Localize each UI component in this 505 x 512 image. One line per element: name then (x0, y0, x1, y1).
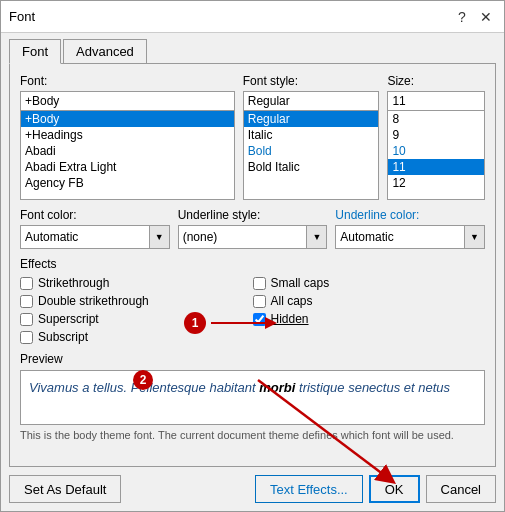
list-item[interactable]: +Headings (21, 127, 234, 143)
size-column: Size: 8 9 10 11 12 (387, 74, 485, 200)
tab-bar: Font Advanced (1, 33, 504, 63)
effects-wrapper: Effects Strikethrough Double strikethrou… (20, 257, 485, 344)
strikethrough-label[interactable]: Strikethrough (38, 276, 109, 290)
font-label: Font: (20, 74, 235, 88)
preview-label: Preview (20, 352, 485, 366)
underline-style-label: Underline style: (178, 208, 328, 222)
font-color-select[interactable]: Automatic ▼ (20, 225, 170, 249)
dialog-title: Font (9, 9, 35, 24)
tab-content-font: Font: +Body +Headings Abadi Abadi Extra … (9, 63, 496, 467)
font-color-arrow[interactable]: ▼ (149, 226, 169, 248)
svg-text:2: 2 (139, 373, 146, 387)
superscript-label[interactable]: Superscript (38, 312, 99, 326)
small-caps-checkbox[interactable] (253, 277, 266, 290)
list-item[interactable]: 11 (388, 159, 484, 175)
list-item[interactable]: Bold Italic (244, 159, 379, 175)
style-input[interactable] (243, 91, 380, 110)
ok-button[interactable]: OK (369, 475, 420, 503)
size-input[interactable] (387, 91, 485, 110)
underline-color-label: Underline color: (335, 208, 485, 222)
underline-color-field: Underline color: Automatic ▼ (335, 208, 485, 249)
list-item[interactable]: Agency FB (21, 175, 234, 191)
font-style-size-row: Font: +Body +Headings Abadi Abadi Extra … (20, 74, 485, 200)
double-strikethrough-checkbox[interactable] (20, 295, 33, 308)
tab-advanced[interactable]: Advanced (63, 39, 147, 63)
list-item[interactable]: Italic (244, 127, 379, 143)
annotation-2-group: 2 (133, 370, 153, 393)
subscript-checkbox[interactable] (20, 331, 33, 344)
checkbox-small-caps: Small caps (253, 276, 486, 290)
preview-text-bold: morbi (256, 380, 299, 395)
all-caps-checkbox[interactable] (253, 295, 266, 308)
all-caps-label[interactable]: All caps (271, 294, 313, 308)
style-label: Font style: (243, 74, 380, 88)
circle-2-svg: 2 (133, 370, 153, 390)
list-item[interactable]: 12 (388, 175, 484, 191)
title-controls: ? ✕ (452, 7, 496, 27)
list-item[interactable]: 10 (388, 143, 484, 159)
close-button[interactable]: ✕ (476, 7, 496, 27)
list-item[interactable]: Bold (244, 143, 379, 159)
underline-style-select[interactable]: (none) ▼ (178, 225, 328, 249)
annotation-1-group: 1 (183, 313, 303, 346)
preview-section: Preview Vivamus a tellus. Pellentesque h… (20, 352, 485, 441)
btn-group-right: Text Effects... OK Cancel (255, 475, 496, 503)
set-as-default-button[interactable]: Set As Default (9, 475, 121, 503)
font-listbox[interactable]: +Body +Headings Abadi Abadi Extra Light … (20, 110, 235, 200)
font-column: Font: +Body +Headings Abadi Abadi Extra … (20, 74, 235, 200)
bottom-buttons: Set As Default Text Effects... OK Cancel (1, 467, 504, 511)
font-color-value: Automatic (21, 230, 149, 244)
size-label: Size: (387, 74, 485, 88)
underline-color-select[interactable]: Automatic ▼ (335, 225, 485, 249)
superscript-checkbox[interactable] (20, 313, 33, 326)
underline-color-value: Automatic (336, 230, 464, 244)
underline-color-arrow[interactable]: ▼ (464, 226, 484, 248)
preview-description: This is the body theme font. The current… (20, 429, 485, 441)
size-listbox[interactable]: 8 9 10 11 12 (387, 110, 485, 200)
style-listbox[interactable]: Regular Italic Bold Bold Italic (243, 110, 380, 200)
style-column: Font style: Regular Italic Bold Bold Ita… (243, 74, 380, 200)
preview-box: Vivamus a tellus. Pellentesque habitant … (20, 370, 485, 425)
small-caps-label[interactable]: Small caps (271, 276, 330, 290)
list-item[interactable]: 9 (388, 127, 484, 143)
tab-font[interactable]: Font (9, 39, 61, 64)
checkbox-all-caps: All caps (253, 294, 486, 308)
preview-text-normal: tristique senectus et netus (299, 380, 450, 395)
strikethrough-checkbox[interactable] (20, 277, 33, 290)
font-dialog: Font ? ✕ Font Advanced Font: +Body +Head… (0, 0, 505, 512)
cancel-button[interactable]: Cancel (426, 475, 496, 503)
underline-style-arrow[interactable]: ▼ (306, 226, 326, 248)
font-color-label: Font color: (20, 208, 170, 222)
effects-label: Effects (20, 257, 485, 271)
double-strikethrough-label[interactable]: Double strikethrough (38, 294, 149, 308)
title-bar: Font ? ✕ (1, 1, 504, 33)
text-effects-button[interactable]: Text Effects... (255, 475, 363, 503)
font-input[interactable] (20, 91, 235, 110)
svg-text:1: 1 (191, 316, 198, 330)
list-item[interactable]: +Body (21, 111, 234, 127)
checkbox-strikethrough: Strikethrough (20, 276, 253, 290)
arrow-1-svg: 1 (183, 313, 303, 343)
font-color-field: Font color: Automatic ▼ (20, 208, 170, 249)
list-item[interactable]: Abadi (21, 143, 234, 159)
list-item[interactable]: Abadi Extra Light (21, 159, 234, 175)
underline-style-field: Underline style: (none) ▼ (178, 208, 328, 249)
underline-style-value: (none) (179, 230, 307, 244)
list-item[interactable]: 8 (388, 111, 484, 127)
checkbox-double-strikethrough: Double strikethrough (20, 294, 253, 308)
color-underline-row: Font color: Automatic ▼ Underline style:… (20, 208, 485, 249)
list-item[interactable]: Regular (244, 111, 379, 127)
subscript-label[interactable]: Subscript (38, 330, 88, 344)
help-button[interactable]: ? (452, 7, 472, 27)
